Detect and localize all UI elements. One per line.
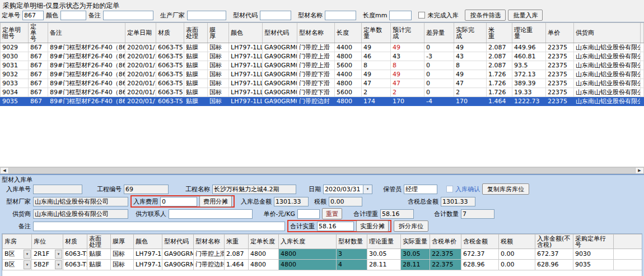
cell-id[interactable]: 9031 [1,61,29,70]
cell-mweight[interactable]: 1.726 [487,88,512,97]
cell-expected[interactable]: 170 [391,97,424,106]
cell-film[interactable]: 国标 [208,79,229,88]
cell-diff[interactable]: 0 [424,43,454,52]
cell-material[interactable]: 6063-T5 [63,249,87,260]
cell-film[interactable]: 国标 [111,260,134,270]
cell-supplier[interactable]: 山东南山铝业股份有限公司 [574,79,641,88]
order-row[interactable]: 903586789#门框型材F26-F40（866+867）2020/01/13… [1,97,644,106]
cell-order[interactable]: 867 [29,79,48,88]
cell-code[interactable]: GA90GRM03 [263,52,297,61]
cell-color[interactable]: LH797-1LL0 [229,88,263,97]
cell-id[interactable]: 9030 [1,52,29,61]
date-picker[interactable]: ▾ [323,185,372,194]
cell-actual[interactable]: 49 [454,70,487,79]
cell-diff[interactable]: 0 [424,79,454,88]
cell-actual[interactable]: 49 [454,43,487,52]
cell-expected[interactable]: 2 [391,88,424,97]
total-with-tax-input[interactable] [441,197,475,206]
cell-order[interactable]: 867 [29,43,48,52]
cell-tax_amount[interactable]: 672.37 [461,249,499,260]
cell-supplier[interactable]: 山东南山铝业股份有限公司 [574,52,641,61]
cell-id[interactable]: 9035 [1,97,29,106]
cell-order_length[interactable]: 4800 [249,249,279,260]
stock-in-row[interactable]: B区▾2R1F▾6063-T5贴膜国标LH797-1LL0GA90GRM03门带… [3,249,643,260]
cell-tweight[interactable]: 93.5 [512,61,546,70]
cell-surface[interactable]: 贴膜 [184,70,208,79]
cell-surface[interactable]: 贴膜 [87,249,111,260]
cell-supplier[interactable]: 山东南山铝业股份有限公司 [574,61,641,70]
calendar-dropdown-icon[interactable]: ▾ [363,185,372,194]
cell-expected[interactable]: 43 [391,52,424,61]
cell-diff[interactable]: 0 [424,88,454,97]
cell-remark[interactable]: 89#门框型材F26-F40（866+867） [48,43,125,52]
cell-name[interactable]: 门带腔下滑 [297,88,335,97]
date-input[interactable] [323,185,363,194]
cell-theory_weight[interactable]: 30.05 [367,249,401,260]
cell-film[interactable]: 国标 [208,43,229,52]
cell-tweight[interactable]: 1222.73 [512,97,546,106]
cell-code[interactable]: GA90GRM04 [263,70,297,79]
cell-qty[interactable]: 3 [337,249,367,260]
cell-id[interactable]: 9034 [1,88,29,97]
cell-date[interactable]: 2020/01/13 [125,61,156,70]
cell-supplier[interactable]: 山东南山铝业股份有限公司 [574,70,641,79]
cell-remark[interactable]: 89#门框型材F26-F40（866+867） [48,52,125,61]
unit-price-input[interactable] [297,209,320,219]
cell-tweight[interactable]: 449.96 [512,43,546,52]
cell-diff[interactable]: 0 [424,61,454,70]
cell-name[interactable]: 门带腔上滑 [194,249,225,260]
cell-length[interactable]: 4400 [335,70,362,79]
cell-surface[interactable]: 贴膜 [87,260,111,270]
cell-diff[interactable]: -3 [424,52,454,61]
cell-in_length[interactable]: 4800 [279,260,337,270]
profile-name-filter-input[interactable] [325,11,356,20]
cell-order[interactable]: 867 [29,88,48,97]
cell-remark[interactable]: 89#门框型材F26-F40（866+867） [48,97,125,106]
cell-qty[interactable]: 2 [362,88,391,97]
scroll-right-icon[interactable]: ▶ [635,167,644,174]
order-row[interactable]: 902986789#门框型材F26-F40（866+867）2020/01/13… [1,43,644,52]
order-row[interactable]: 903186789#门框型材F26-F40（866+867）2020/01/13… [1,61,644,70]
cell-date[interactable]: 2020/01/13 [125,97,156,106]
cell-actual[interactable]: 47 [454,79,487,88]
cell-qty[interactable]: 46 [362,52,391,61]
cell-name[interactable]: 门带腔上滑 [297,52,335,61]
cell-price[interactable]: 22375 [546,52,574,61]
cell-price[interactable]: 22375 [546,79,574,88]
cell-diff[interactable]: -4 [424,97,454,106]
order-row[interactable]: 903486789#门框型材F26-F40（866+867）2020/01/13… [1,88,644,97]
cell-mweight[interactable]: 2.087 [487,61,512,70]
cell-name[interactable]: 门带腔下滑 [297,79,335,88]
cell-length[interactable]: 4800 [335,97,362,106]
cell-mweight[interactable]: 1.726 [487,79,512,88]
cell-qty[interactable]: 174 [362,97,391,106]
cell-expected[interactable]: 49 [391,43,424,52]
supplier-input[interactable] [33,209,128,219]
order-no-input[interactable] [22,11,44,20]
tax-total-input[interactable] [329,197,362,206]
cell-order[interactable]: 867 [29,70,48,79]
cell-color[interactable]: LH797-1LL0 [134,249,162,260]
total-actual-weight-input[interactable] [317,222,354,231]
combo-dropdown-icon[interactable]: ▾ [55,260,62,269]
reset-button[interactable]: 重置 [322,208,342,219]
cell-mweight[interactable]: 1.726 [487,70,512,79]
cell-diff[interactable]: 0 [424,70,454,79]
cell-film[interactable]: 国标 [208,70,229,79]
combo-dropdown-icon[interactable]: ▾ [24,260,31,269]
cell-material[interactable]: 6063-T5 [156,43,184,52]
in-no-input[interactable] [33,185,82,194]
cell-color[interactable]: LH797-1LL0 [229,79,263,88]
cell-price[interactable]: 22375 [546,43,574,52]
cell-order[interactable]: 867 [29,52,48,61]
cell-supplier[interactable]: 山东南山铝业股份有限公司 [574,88,641,97]
factory-input[interactable] [33,197,128,206]
cell-price[interactable]: 22375 [546,97,574,106]
cell-material[interactable]: 6063-T5 [156,52,184,61]
cell-length[interactable]: 5600 [335,61,362,70]
cell-surface[interactable]: 贴膜 [184,43,208,52]
cell-film[interactable]: 国标 [111,249,134,260]
cell-tax_price[interactable]: 22.375 [430,260,461,270]
total-amount-input[interactable] [274,197,309,206]
cell-color[interactable]: LH797-1LL0 [229,70,263,79]
